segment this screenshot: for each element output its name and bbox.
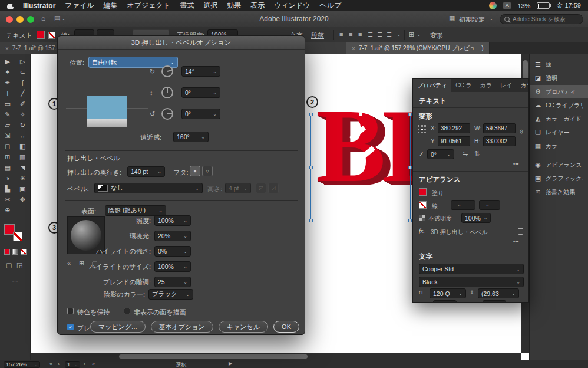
symbol-sprayer-tool[interactable]: ✳ — [15, 173, 31, 183]
transparency-panel[interactable]: ◪透明 — [530, 71, 588, 85]
color-mode-icon[interactable] — [4, 249, 10, 255]
shade-color-select[interactable]: ブラック⌄ — [148, 289, 193, 300]
pen-tool[interactable]: ✒ — [0, 77, 15, 88]
selection-bounding-box[interactable] — [310, 114, 411, 221]
paintbrush-tool[interactable]: ✐ — [15, 98, 31, 109]
draw-normal-icon[interactable]: ▢ — [6, 262, 12, 268]
tab-cc-libraries[interactable]: CC ラ — [451, 79, 475, 92]
menu-edit[interactable]: 編集 — [103, 1, 117, 11]
rotate-z-knob[interactable] — [161, 108, 173, 120]
stepper-icon[interactable]: ⌄ — [213, 90, 217, 96]
light-row-2-field[interactable]: 0%⌄ — [154, 246, 191, 257]
stepper-icon[interactable]: ⌄ — [213, 111, 217, 117]
selection-handle[interactable] — [359, 219, 362, 222]
opacity-select[interactable]: 100%⌄ — [461, 213, 491, 223]
cap-off-button[interactable]: ○ — [202, 166, 213, 176]
artboard-number-select[interactable]: 1⌄ — [65, 361, 80, 368]
fill-swatch[interactable] — [419, 188, 427, 196]
more-options-icon[interactable]: ••• — [513, 162, 518, 167]
rectangle-tool[interactable]: ▭ — [0, 98, 15, 109]
stroke-weight-select[interactable]: ⌄ — [451, 200, 475, 210]
rotate-x-field[interactable]: 14°⌄ — [181, 66, 220, 77]
fill-color-swatch[interactable] — [37, 31, 45, 39]
graphic-styles-panel[interactable]: ▣グラフィック... — [530, 172, 588, 185]
doc-tab-2[interactable]: ×7-7_1.ai* @ 157.26% (CMYK/GPU プレビュー) — [346, 42, 490, 54]
height-field[interactable]: 33.0002 — [483, 136, 516, 146]
gradient-mode-icon[interactable] — [12, 249, 18, 255]
menu-select[interactable]: 選択 — [203, 1, 217, 11]
flip-horizontal-icon[interactable]: ⇋ — [463, 150, 468, 157]
leading-select[interactable]: (29.63⌄ — [478, 288, 519, 298]
stroke-color-swatch[interactable] — [48, 32, 55, 39]
perspective-field[interactable]: 160°⌄ — [173, 132, 209, 142]
font-size-select[interactable]: 120 Q⌄ — [430, 288, 466, 298]
justify-left-icon[interactable]: ≣ — [368, 31, 373, 38]
selection-handle[interactable] — [359, 113, 362, 116]
mapping-button[interactable]: マッピング... — [90, 321, 145, 333]
shaper-tool[interactable]: ✧ — [15, 109, 31, 120]
stepper-icon[interactable]: ⌄ — [183, 264, 187, 270]
selection-handle[interactable] — [408, 113, 412, 116]
stroke-unit-select[interactable]: ⌄ — [479, 200, 500, 210]
tab-layers[interactable]: レイ — [496, 79, 516, 92]
cc-libraries-panel[interactable]: ☁CC ライブラリ — [530, 98, 588, 112]
delete-effect-icon[interactable] — [518, 228, 523, 235]
selection-handle[interactable] — [309, 219, 313, 222]
width-field[interactable]: 59.3697 — [483, 123, 516, 133]
properties-panel-button[interactable]: ⚙プロパティ — [530, 85, 588, 98]
status-menu-icon[interactable]: ▶ — [229, 362, 232, 366]
type-tool[interactable]: T — [0, 88, 15, 98]
draw-behind-icon[interactable]: ◲ — [16, 262, 22, 268]
font-family-select[interactable]: Cooper Std⌄ — [419, 264, 524, 274]
light-row-0-field[interactable]: 100%⌄ — [154, 215, 191, 226]
first-artboard-icon[interactable]: « — [49, 362, 52, 367]
stroke-swatch[interactable] — [419, 201, 427, 209]
surface-select[interactable]: 陰影 (艶あり)⌄ — [105, 205, 166, 216]
prev-artboard-icon[interactable]: ‹ — [58, 362, 60, 367]
stroke-panel[interactable]: ☰線 — [530, 58, 588, 71]
perspective-grid-tool[interactable]: ⊞ — [0, 152, 15, 162]
rotate-y-field[interactable]: 0°⌄ — [181, 87, 220, 98]
tab-color[interactable]: カラ — [476, 79, 496, 92]
light-row-3-field[interactable]: 100%⌄ — [154, 261, 191, 272]
justify-all-icon[interactable]: ≣ — [387, 31, 392, 38]
zoom-select[interactable]: 157.26%⌄ — [4, 361, 40, 368]
close-tab-icon[interactable]: × — [5, 45, 9, 52]
gradient-tool[interactable]: ▤ — [0, 162, 15, 173]
rotate-tool[interactable]: ↻ — [15, 120, 31, 130]
hand-tool[interactable]: ✥ — [15, 194, 31, 205]
font-style-select[interactable]: Black⌄ — [419, 277, 524, 287]
artboard-tool[interactable]: ▣ — [15, 183, 31, 194]
menu-illustrator[interactable]: Illustrator — [23, 2, 55, 10]
extrude-depth-select[interactable]: 140 pt⌄ — [127, 166, 165, 177]
width-tool[interactable]: ↔ — [15, 130, 31, 141]
lasso-tool[interactable]: ⊂ — [15, 67, 31, 77]
stock-search-field[interactable]: Adobe Stock を検索 — [500, 14, 583, 24]
zoom-tool[interactable]: ⊕ — [0, 205, 15, 215]
draw-hidden-checkbox[interactable] — [124, 308, 130, 314]
paragraph-link[interactable]: 段落 — [311, 31, 324, 40]
color-panel[interactable]: ▦カラー — [530, 139, 588, 153]
app-status-icon[interactable] — [489, 2, 497, 9]
input-source-icon[interactable]: A — [503, 2, 511, 9]
tab-properties[interactable]: プロパティ — [413, 79, 451, 92]
stepper-icon[interactable]: ⌄ — [183, 280, 187, 285]
fx-3d-effect-link[interactable]: 3D 押し出し・ベベル — [431, 228, 488, 236]
menu-file[interactable]: ファイル — [65, 1, 94, 11]
menubar-clock[interactable]: 金 17:59 — [556, 1, 581, 10]
cancel-button[interactable]: キャンセル — [219, 321, 268, 333]
align-objects-icon[interactable]: ⊞ — [409, 31, 414, 38]
magic-wand-tool[interactable]: ✦ — [0, 67, 15, 77]
panel-overflow-icon[interactable]: » — [522, 82, 526, 88]
eyedropper-tool[interactable]: ◥ — [15, 162, 31, 173]
stepper-icon[interactable]: ⌄ — [183, 234, 187, 239]
align-left-icon[interactable]: ≡ — [339, 31, 343, 38]
dialog-titlebar[interactable]: 3D 押し出し・ベベルオプション — [58, 36, 305, 50]
free-transform-tool[interactable]: ◻ — [0, 141, 15, 152]
horizontal-scrollbar[interactable] — [31, 353, 521, 360]
more-options-icon[interactable]: ••• — [513, 239, 518, 245]
rotate-z-field[interactable]: 0°⌄ — [181, 109, 220, 119]
menu-view[interactable]: 表示 — [250, 1, 265, 11]
shape-builder-tool[interactable]: ◧ — [15, 141, 31, 152]
justify-center-icon[interactable]: ≣ — [377, 31, 382, 38]
